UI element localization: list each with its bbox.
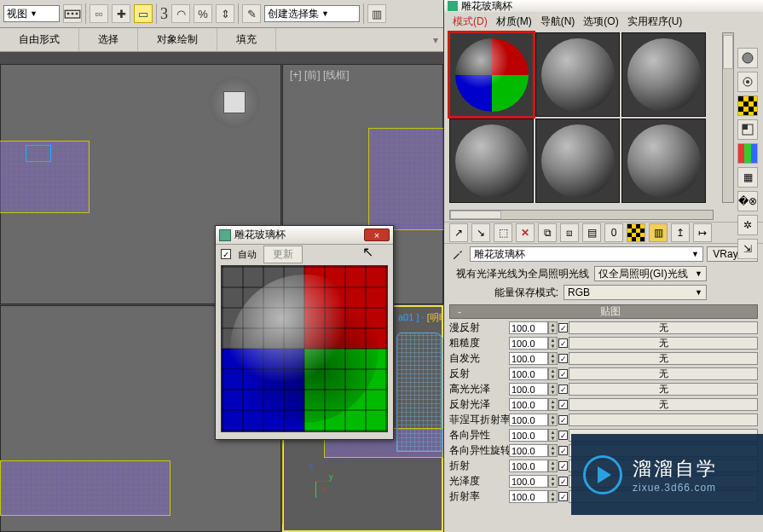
map-amount-input[interactable]: 100.0 (509, 321, 548, 334)
map-slot-button[interactable]: 无 (569, 383, 758, 396)
put-to-library-icon[interactable]: ▤ (582, 223, 601, 242)
create-selection-set-dropdown[interactable]: 创建选择集▼ (264, 5, 360, 22)
map-amount-spinner[interactable]: ▲▼ (548, 337, 558, 350)
wire-object-c[interactable] (0, 460, 171, 516)
keyboard-toggle-icon[interactable] (63, 4, 82, 23)
map-amount-input[interactable]: 100.0 (509, 490, 548, 503)
map-slot-button[interactable]: 无 (569, 367, 758, 380)
map-enable-checkbox[interactable]: ✓ (558, 369, 568, 379)
backlight-icon[interactable] (737, 72, 758, 92)
map-enable-checkbox[interactable]: ✓ (558, 461, 568, 471)
background-checker-icon[interactable] (737, 95, 758, 116)
material-id-icon[interactable]: 0 (604, 223, 623, 242)
tab-select[interactable]: 选择 (79, 28, 138, 51)
material-slot-2[interactable] (535, 32, 620, 117)
menu-nav[interactable]: 导航(N) (537, 14, 579, 30)
tab-fill[interactable]: 填充 (217, 28, 276, 51)
map-enable-checkbox[interactable]: ✓ (558, 477, 568, 486)
map-amount-spinner[interactable]: ▲▼ (548, 460, 558, 472)
map-amount-spinner[interactable]: ▲▼ (548, 444, 558, 457)
map-slot-button[interactable]: 无 (569, 321, 758, 334)
map-enable-checkbox[interactable]: ✓ (558, 323, 568, 332)
map-amount-input[interactable]: 100.0 (509, 398, 548, 411)
map-amount-spinner[interactable]: ▲▼ (548, 383, 558, 396)
map-enable-checkbox[interactable]: ✓ (558, 400, 568, 409)
named-sel-edit-icon[interactable]: ✎ (242, 4, 261, 23)
material-slot-1[interactable] (449, 32, 534, 117)
angle-snap-icon[interactable]: ◠ (171, 4, 190, 23)
map-amount-input[interactable]: 100.0 (509, 460, 548, 472)
map-enable-checkbox[interactable]: ✓ (558, 338, 568, 348)
view-dropdown[interactable]: 视图▼ (3, 5, 60, 22)
update-button[interactable]: 更新 (263, 246, 303, 263)
sample-type-icon[interactable] (737, 48, 758, 68)
auto-checkbox[interactable]: ✓ (221, 249, 231, 259)
map-enable-checkbox[interactable]: ✓ (558, 415, 568, 425)
map-slot-button[interactable]: 无 (569, 337, 758, 350)
energy-mode-dropdown[interactable]: RGB▼ (564, 285, 707, 300)
material-editor-titlebar[interactable]: 雕花玻璃杯 (444, 0, 763, 12)
material-slot-6[interactable] (621, 119, 706, 203)
put-to-scene-icon[interactable]: ↘ (471, 223, 490, 242)
menu-util[interactable]: 实用程序(U) (624, 14, 686, 30)
map-amount-spinner[interactable]: ▲▼ (548, 321, 558, 334)
map-amount-spinner[interactable]: ▲▼ (548, 475, 558, 488)
map-amount-spinner[interactable]: ▲▼ (548, 429, 558, 442)
spinner-snap-icon[interactable]: ⇕ (216, 4, 234, 23)
menu-material[interactable]: 材质(M) (493, 14, 535, 30)
map-amount-input[interactable]: 100.0 (509, 383, 548, 396)
assign-to-selection-icon[interactable]: ⬚ (494, 223, 512, 242)
map-enable-checkbox[interactable]: ✓ (558, 385, 568, 394)
material-slot-4[interactable] (449, 119, 534, 203)
map-slot-button[interactable]: 无 (569, 352, 758, 365)
mirror-icon[interactable]: ▥ (367, 4, 386, 23)
material-slot-5[interactable] (535, 119, 620, 203)
map-enable-checkbox[interactable]: ✓ (558, 446, 568, 455)
menu-mode[interactable]: 模式(D) (449, 14, 491, 30)
map-amount-spinner[interactable]: ▲▼ (548, 352, 558, 365)
snap-face-icon[interactable]: ▭ (134, 4, 153, 23)
snap-group-icon[interactable]: ▫▫ (90, 4, 108, 23)
map-amount-spinner[interactable]: ▲▼ (548, 413, 558, 426)
gi-rays-dropdown[interactable]: 仅全局照明(GI)光线▼ (594, 266, 707, 281)
reset-map-icon[interactable]: ✕ (516, 223, 535, 242)
slots-vertical-scrollbar[interactable] (722, 32, 734, 203)
map-amount-input[interactable]: 100.0 (509, 475, 548, 488)
menu-options[interactable]: 选项(O) (580, 14, 621, 30)
tab-objpaint[interactable]: 对象绘制 (138, 28, 217, 51)
go-forward-icon[interactable]: ↦ (693, 223, 712, 242)
map-amount-spinner[interactable]: ▲▼ (548, 367, 558, 380)
show-map-in-viewport-icon[interactable] (627, 223, 645, 242)
material-slot-3[interactable] (621, 32, 706, 117)
preview-close-button[interactable]: × (364, 228, 390, 241)
map-amount-input[interactable]: 100.0 (509, 352, 548, 365)
snap-cross-icon[interactable]: ✚ (112, 4, 130, 23)
go-to-parent-icon[interactable]: ↥ (671, 223, 690, 242)
video-color-check-icon[interactable] (737, 143, 758, 164)
map-slot-button[interactable]: 无 (569, 398, 758, 411)
slots-horizontal-scrollbar[interactable] (449, 210, 714, 220)
map-amount-input[interactable]: 100.0 (509, 429, 548, 442)
map-enable-checkbox[interactable]: ✓ (558, 492, 568, 501)
get-material-icon[interactable]: ↗ (449, 223, 468, 242)
map-amount-input[interactable]: 100.0 (509, 444, 548, 457)
viewcube[interactable] (209, 77, 260, 128)
sample-uv-icon[interactable] (737, 119, 758, 140)
percent-snap-icon[interactable]: % (194, 4, 212, 23)
ribbon-collapse-icon[interactable]: ▾ (433, 34, 443, 46)
maps-rollout-header[interactable]: - 贴图 (449, 304, 758, 319)
cup-mesh[interactable] (396, 332, 443, 452)
map-enable-checkbox[interactable]: ✓ (558, 354, 568, 363)
pick-material-icon[interactable] (449, 246, 466, 263)
select-by-material-icon[interactable]: ✲ (737, 215, 758, 235)
map-amount-input[interactable]: 100.0 (509, 367, 548, 380)
tab-freeform[interactable]: 自由形式 (0, 28, 79, 51)
material-map-navigator-icon[interactable]: ⇲ (737, 239, 758, 259)
make-unique-icon[interactable]: ⧇ (560, 223, 579, 242)
camera-marker[interactable] (26, 145, 51, 162)
map-amount-spinner[interactable]: ▲▼ (548, 490, 558, 503)
map-enable-checkbox[interactable]: ✓ (558, 431, 568, 440)
map-amount-input[interactable]: 100.0 (509, 413, 548, 426)
map-slot-button[interactable] (569, 413, 758, 426)
make-copy-icon[interactable]: ⧉ (538, 223, 557, 242)
